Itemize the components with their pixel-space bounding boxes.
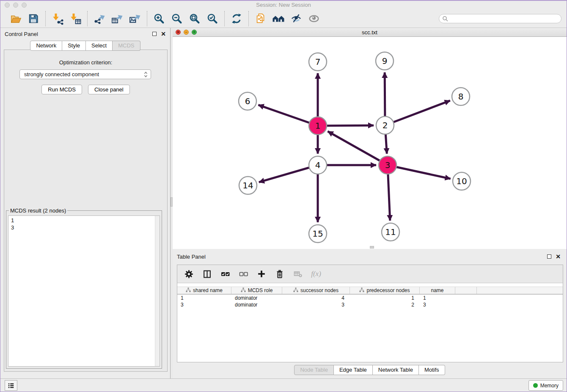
deselect-all-columns-button[interactable]: [238, 268, 249, 279]
zoom-fit-content-button[interactable]: [187, 11, 202, 26]
network-table-splitter-grip[interactable]: [370, 246, 374, 248]
edge-3-10[interactable]: [388, 165, 451, 179]
import-network-icon: [51, 12, 64, 25]
export-network-icon: [93, 12, 106, 25]
toolbar-group: [224, 11, 248, 26]
table-panel-float-icon[interactable]: [547, 254, 551, 259]
export-network-button[interactable]: [92, 11, 107, 26]
column-header-label: successor nodes: [300, 287, 339, 293]
apply-preferred-layout-icon: [231, 13, 242, 25]
show-graphics-details-button[interactable]: [306, 11, 322, 26]
column-header-label: MCDS role: [248, 287, 273, 293]
tab-motifs[interactable]: Motifs: [419, 365, 445, 375]
mcds-result-fieldset: MCDS result (2 nodes) 1 3: [6, 207, 162, 369]
import-network-button[interactable]: [50, 11, 65, 26]
apply-preferred-layout-button[interactable]: [229, 11, 244, 26]
function-builder-button[interactable]: f(x): [311, 268, 322, 279]
deselect-all-columns-icon: [239, 271, 248, 277]
mcds-result-area[interactable]: 1 3: [8, 215, 160, 367]
memory-button[interactable]: Memory: [528, 380, 563, 391]
edge-2-8[interactable]: [385, 101, 450, 125]
duplicate-network-button[interactable]: [253, 11, 268, 26]
delete-table-button[interactable]: [292, 268, 303, 279]
hide-graphics-details-button[interactable]: [289, 11, 304, 26]
cell-successor-nodes[interactable]: 3: [282, 301, 350, 308]
column-header-shared-name[interactable]: shared name: [177, 287, 231, 294]
duplicate-network-icon: [255, 13, 267, 25]
cell-MCDS-role[interactable]: dominator: [231, 301, 282, 308]
cell-predecessor-nodes[interactable]: 2: [350, 301, 420, 308]
zoom-selected-button[interactable]: [205, 11, 220, 26]
column-header-label: predecessor nodes: [366, 287, 410, 293]
function-builder-icon: f(x): [311, 270, 321, 278]
save-session-icon: [28, 13, 39, 25]
control-panel-close-icon[interactable]: ✕: [161, 32, 166, 36]
graph-node-label-14: 14: [242, 180, 253, 190]
cell-MCDS-role[interactable]: dominator: [231, 295, 282, 301]
status-menu-button[interactable]: [5, 380, 17, 391]
delete-column-button[interactable]: [274, 268, 285, 279]
edge-1-6[interactable]: [258, 105, 318, 126]
open-session-icon: [9, 13, 22, 25]
import-table-button[interactable]: [68, 11, 83, 26]
table-panel-close-icon[interactable]: ✕: [556, 254, 561, 259]
save-session-button[interactable]: [26, 11, 41, 26]
column-header-MCDS-role[interactable]: MCDS role: [231, 287, 282, 294]
run-mcds-button[interactable]: Run MCDS: [41, 85, 82, 94]
export-image-button[interactable]: [127, 11, 143, 26]
cell-predecessor-nodes[interactable]: 1: [350, 295, 420, 301]
mcds-result-scrollbar[interactable]: [155, 216, 160, 366]
cell-shared-name[interactable]: 3: [177, 301, 231, 308]
tab-mcds[interactable]: MCDS: [113, 41, 140, 51]
table-row[interactable]: 1dominator411: [177, 295, 563, 301]
open-session-button[interactable]: [8, 11, 23, 26]
split-table-view-button[interactable]: [201, 268, 212, 279]
import-table-icon: [69, 12, 82, 25]
graph-node-label-7: 7: [315, 57, 321, 67]
add-column-icon: [257, 270, 266, 278]
table-panel-title: Table Panel: [177, 254, 547, 260]
tab-network-table[interactable]: Network Table: [373, 365, 419, 375]
zoom-out-button[interactable]: [169, 11, 184, 26]
edge-3-1[interactable]: [328, 131, 388, 165]
control-panel-float-icon[interactable]: [152, 32, 157, 36]
cell-successor-nodes[interactable]: 4: [282, 295, 350, 301]
add-column-button[interactable]: [256, 268, 267, 279]
table-body: 1dominator4113dominator323: [177, 295, 563, 308]
column-header-predecessor-nodes[interactable]: predecessor nodes: [350, 287, 420, 294]
zoom-in-button[interactable]: [151, 11, 167, 26]
column-header-label: shared name: [193, 287, 223, 293]
network-canvas[interactable]: 7968124314101511: [173, 37, 567, 249]
tab-style[interactable]: Style: [62, 41, 86, 51]
select-all-columns-button[interactable]: [220, 268, 231, 279]
close-panel-button[interactable]: Close panel: [88, 85, 130, 94]
table-header-filler: [455, 287, 477, 294]
optimization-criterion-label: Optimization criterion:: [4, 59, 167, 66]
export-image-icon: [129, 12, 141, 25]
main-toolbar: [0, 9, 567, 28]
table-row[interactable]: 3dominator323: [177, 301, 563, 308]
list-icon: [7, 382, 15, 389]
tab-edge-table[interactable]: Edge Table: [334, 365, 373, 375]
show-hide-panels-button[interactable]: [271, 11, 286, 26]
toolbar-group: [147, 11, 224, 26]
table-settings-button[interactable]: [183, 268, 194, 279]
cell-shared-name[interactable]: 1: [177, 295, 231, 301]
memory-label: Memory: [540, 383, 559, 389]
column-header-successor-nodes[interactable]: successor nodes: [282, 287, 350, 294]
tab-select[interactable]: Select: [86, 41, 113, 51]
graph-node-label-11: 11: [385, 227, 396, 237]
column-header-name[interactable]: name: [420, 287, 455, 294]
mcds-panel: Optimization criterion: strongly connect…: [4, 50, 168, 372]
tab-node-table[interactable]: Node Table: [294, 365, 334, 375]
search-box: [439, 14, 561, 23]
graph-node-label-8: 8: [458, 91, 464, 102]
graph-node-label-3: 3: [385, 160, 391, 170]
criterion-select[interactable]: strongly connected component: [19, 69, 151, 79]
table-toolbar: f(x): [177, 265, 563, 283]
search-input[interactable]: [439, 14, 561, 23]
cell-name[interactable]: 3: [420, 301, 455, 308]
cell-name[interactable]: 1: [420, 295, 455, 301]
tab-network[interactable]: Network: [30, 41, 62, 51]
export-table-button[interactable]: [110, 11, 125, 26]
